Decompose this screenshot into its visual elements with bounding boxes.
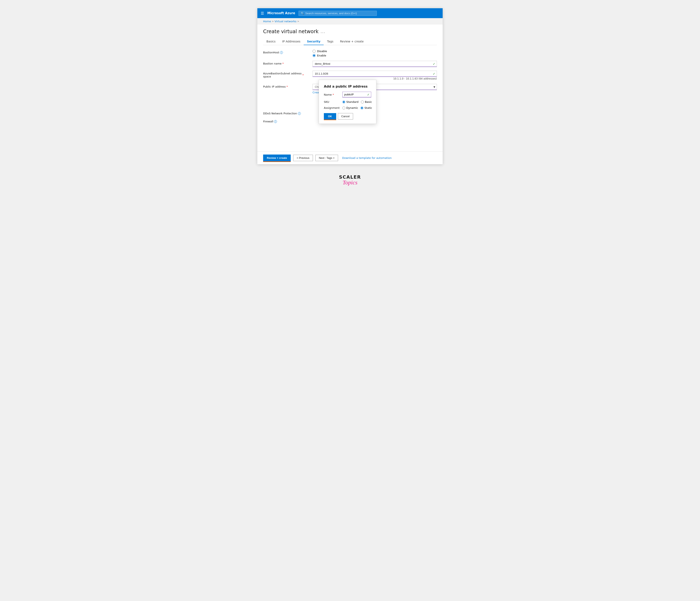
bastion-host-disable-radio[interactable] [312,50,316,53]
review-create-button[interactable]: Review + create [263,154,291,161]
search-box[interactable]: 🔍 [299,11,377,16]
bastion-host-info-icon[interactable]: i [280,51,283,54]
assignment-dynamic-radio[interactable] [342,106,345,110]
azure-window: ☰ Microsoft Azure 🔍 Home > Virtual netwo… [257,8,443,164]
ddos-info-icon[interactable]: i [298,112,301,115]
assignment-dynamic-label: Dynamic [346,106,358,110]
dialog-name-row: Name * ✓ [324,92,371,97]
search-input[interactable] [305,12,375,15]
bastion-host-row: BastionHost i Disable Enable [263,50,437,57]
sku-basic-radio[interactable] [361,100,364,103]
breadcrumb-sep-1: > [272,20,274,23]
public-ip-required: * [286,85,288,88]
dialog-name-field: ✓ [342,92,371,97]
sku-standard[interactable]: Standard [342,100,358,103]
dialog-assignment-label: Assignment [324,106,340,110]
bastion-name-wrapper: ✓ [312,61,437,67]
hamburger-icon[interactable]: ☰ [261,11,264,16]
scaler-text: SCALER [339,174,361,180]
bastion-host-disable-label: Disable [317,50,327,53]
ddos-label: DDoS Network Protection i [263,111,308,115]
bastion-host-control: Disable Enable [312,50,437,57]
bastion-name-row: Bastion name * ✓ [263,61,437,67]
breadcrumb: Home > Virtual networks > [257,18,443,25]
page-title-row: Create virtual network ... [263,29,437,34]
assignment-static-radio[interactable] [360,106,364,110]
dialog-sku-row: SKU Standard Basic [324,100,371,103]
public-ip-label: Public IP address * [263,84,308,88]
public-ip-row: Public IP address * Choose public IP add… [263,84,437,94]
dialog-assignment-row: Assignment Dynamic Static [324,106,371,110]
bastion-host-enable-radio[interactable] [312,54,316,57]
assignment-dynamic[interactable]: Dynamic [342,106,358,110]
tabs-row: Basics IP Addresses Security Tags Review… [263,38,437,45]
dialog-assignment-field: Dynamic Static [342,106,372,110]
bastion-host-enable-label: Enable [317,54,326,57]
previous-button[interactable]: < Previous [293,155,313,161]
page-title: Create virtual network [263,29,319,34]
bastion-name-check-icon: ✓ [433,62,435,66]
dialog-name-label: Name * [324,93,340,96]
azure-bastion-subnet-control: ✓ 10.1.1.0 - 10.1.1.63 (64 addresses) [312,71,437,80]
azure-bastion-subnet-row: AzureBastionSubnet addressspace * ✓ 10.1… [263,71,437,80]
azure-bastion-subnet-label: AzureBastionSubnet addressspace * [263,71,308,78]
nav-bar: ☰ Microsoft Azure 🔍 [257,8,443,18]
dialog-cancel-button[interactable]: Cancel [338,113,353,120]
breadcrumb-home[interactable]: Home [263,20,271,23]
tab-tags[interactable]: Tags [324,38,336,45]
page-menu-icon[interactable]: ... [321,29,325,34]
dialog-title: Add a public IP address [324,85,371,88]
dialog-sku-field: Standard Basic [342,100,372,103]
add-public-ip-dialog: Add a public IP address Name * ✓ [319,80,376,124]
bastion-host-enable[interactable]: Enable [312,54,437,57]
subnet-input-wrapper: ✓ [312,71,437,77]
breadcrumb-sep-2: > [297,20,299,23]
tab-ip-addresses[interactable]: IP Addresses [279,38,304,45]
dialog-name-input-wrapper: ✓ [342,92,371,97]
tab-basics[interactable]: Basics [263,38,279,45]
subnet-check-icon: ✓ [433,72,435,75]
bastion-name-label: Bastion name * [263,61,308,65]
subnet-address-input[interactable] [312,71,437,77]
sku-standard-radio[interactable] [342,100,345,103]
content-area: Create virtual network ... Basics IP Add… [257,25,443,131]
bastion-name-required: * [282,62,284,65]
assignment-static[interactable]: Static [360,106,372,110]
firewall-info-icon[interactable]: i [274,120,277,123]
tab-security[interactable]: Security [304,38,324,45]
bastion-host-radio-group: Disable Enable [312,50,437,57]
assignment-static-label: Static [365,106,372,110]
sku-basic-label: Basic [365,100,372,103]
dialog-sku-radio-group: Standard Basic [342,100,372,103]
breadcrumb-virtual-networks[interactable]: Virtual networks [275,20,297,23]
dialog-buttons: OK Cancel [324,113,371,120]
next-tags-button[interactable]: Next : Tags > [316,155,338,161]
dialog-name-required: * [333,93,334,96]
bastion-host-disable[interactable]: Disable [312,50,437,53]
bastion-name-control: ✓ [312,61,437,67]
sku-basic[interactable]: Basic [361,100,372,103]
subnet-required: * [302,74,304,77]
bastion-name-input[interactable] [312,61,437,67]
dialog-name-check-icon: ✓ [367,93,370,96]
dialog-name-input[interactable] [342,92,371,97]
tab-review-create[interactable]: Review + create [336,38,367,45]
footer-bar: Review + create < Previous Next : Tags >… [257,151,443,164]
form-section: BastionHost i Disable Enable [263,50,437,131]
dialog-sku-label: SKU [324,100,340,103]
bastion-host-label: BastionHost i [263,50,308,54]
dialog-ok-button[interactable]: OK [324,113,336,120]
brand-name: Microsoft Azure [267,11,295,15]
dialog-assignment-radio-group: Dynamic Static [342,106,372,110]
public-ip-control: Choose public IP address ▼ Create new Ad… [312,84,437,94]
firewall-label: Firewall i [263,119,308,123]
topics-text: Topics [339,180,361,186]
download-template-link[interactable]: Download a template for automation [342,157,392,160]
sku-standard-label: Standard [346,100,358,103]
search-icon: 🔍 [301,12,304,15]
scaler-brand: SCALER Topics [339,174,361,186]
